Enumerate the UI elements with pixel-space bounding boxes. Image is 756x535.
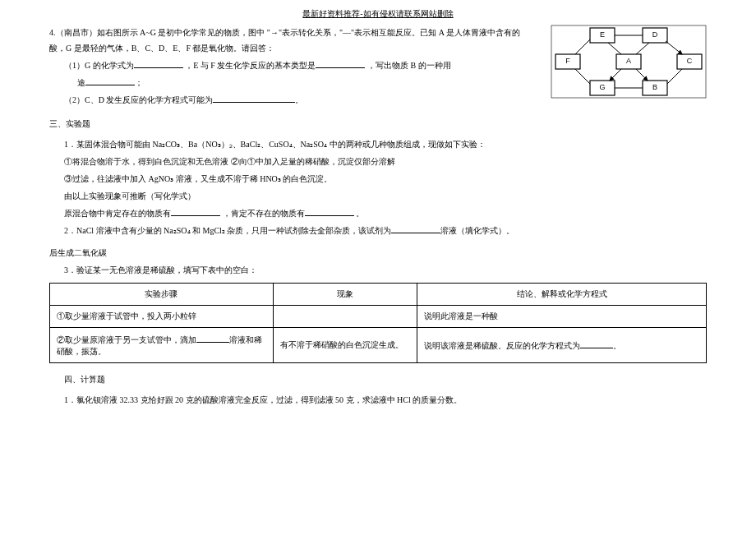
section4-title: 四、计算题	[49, 371, 707, 387]
header-banner: 最新好资料推荐-如有侵权请联系网站删除	[49, 8, 707, 20]
q4-part1: （1）G 的化学式为 ，E 与 F 发生化学反应的基本类型是 ，写出物质 B 的…	[49, 58, 526, 73]
svg-line-14	[575, 69, 590, 84]
r2c3: 说明该溶液是稀硫酸。反应的化学方程式为。	[417, 328, 707, 363]
r2c2: 有不溶于稀硝酸的白色沉淀生成。	[273, 328, 417, 363]
blank-reaction-type	[316, 58, 365, 68]
r1c2	[273, 306, 417, 328]
blank-add-solution	[196, 333, 229, 343]
svg-line-15	[667, 69, 682, 84]
node-d: D	[652, 30, 658, 39]
svg-line-9	[666, 41, 682, 54]
relationship-diagram: A E D F C G B	[551, 25, 707, 99]
table-row: ②取少量原溶液于另一支试管中，滴加溶液和稀硝酸，振荡。 有不溶于稀硝酸的白色沉淀…	[50, 328, 707, 363]
section3-title: 三、实验题	[49, 116, 707, 131]
svg-line-11	[636, 43, 649, 54]
th-step: 实验步骤	[50, 284, 274, 306]
blank-not-exist	[305, 206, 354, 216]
svg-line-8	[575, 39, 590, 54]
r1c1: ①取少量溶液于试管中，投入两小粒锌	[50, 306, 274, 328]
s3-step2: ③过滤，往滤液中加入 AgNO₃ 溶液，又生成不溶于稀 HNO₃ 的白色沉淀。	[49, 171, 707, 187]
node-f: F	[565, 57, 570, 65]
blank-must-exist	[171, 206, 220, 216]
r1c3: 说明此溶液是一种酸	[417, 306, 707, 328]
blank-g-formula	[134, 58, 183, 68]
svg-line-13	[636, 69, 648, 81]
s3-step1: ①将混合物溶于水，得到白色沉淀和无色溶液 ②向①中加入足量的稀硝酸，沉淀仅部分溶…	[49, 154, 707, 169]
r2c1: ②取少量原溶液于另一支试管中，滴加溶液和稀硝酸，振荡。	[50, 328, 274, 363]
experiment-table: 实验步骤 现象 结论、解释或化学方程式 ①取少量溶液于试管中，投入两小粒锌 说明…	[49, 283, 707, 363]
s3-deduce-line: 原混合物中肯定存在的物质有 ，肯定不存在的物质有 。	[49, 205, 707, 221]
blank-equation	[580, 339, 613, 348]
after-co2: 后生成二氧化碳	[49, 245, 707, 261]
node-e: E	[600, 30, 605, 39]
s3-q3: 3．验证某一无色溶液是稀硫酸，填写下表中的空白：	[49, 262, 707, 278]
s4-q1: 1．氯化钡溶液 32.33 克恰好跟 20 克的硫酸溶液完全反应，过滤，得到滤液…	[49, 392, 707, 408]
blank-b-use	[85, 76, 135, 85]
th-conclusion: 结论、解释或化学方程式	[417, 284, 707, 306]
blank-cd-equation	[213, 93, 295, 103]
svg-line-10	[608, 43, 621, 54]
th-phenomenon: 现象	[273, 284, 417, 306]
node-c: C	[687, 57, 693, 65]
node-a: A	[626, 57, 631, 65]
node-g: G	[599, 83, 605, 91]
q4-intro: 4.（南昌市）如右图所示 A~G 是初中化学常见的物质，图中 "→"表示转化关系…	[49, 25, 526, 56]
s3-q2: 2．NaCl 溶液中含有少量的 Na₂SO₄ 和 MgCl₂ 杂质，只用一种试剂…	[49, 223, 707, 238]
s3-deduce: 由以上实验现象可推断（写化学式）	[49, 188, 707, 204]
q4-part2: （2）C、D 发生反应的化学方程式可能为。	[49, 92, 526, 108]
svg-line-12	[610, 69, 621, 81]
blank-reagent	[391, 224, 440, 233]
q4-part1-cont: 途；	[49, 75, 526, 90]
node-b: B	[652, 83, 657, 91]
table-row: ①取少量溶液于试管中，投入两小粒锌 说明此溶液是一种酸	[50, 306, 707, 328]
s3-q1-intro: 1．某固体混合物可能由 Na₂CO₃、Ba（NO₃）₂、BaCl₂、CuSO₄、…	[49, 136, 707, 152]
